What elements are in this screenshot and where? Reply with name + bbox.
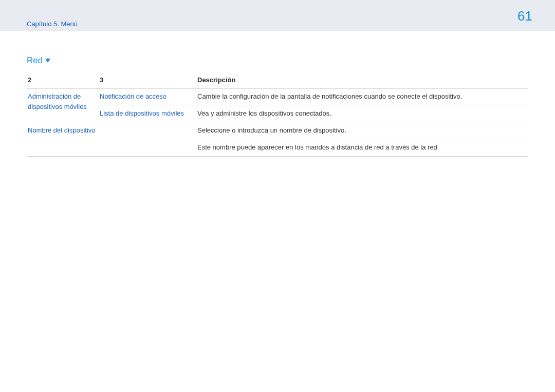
- page-number: 61: [517, 8, 532, 24]
- table-header-row: 2 3 Descripción: [27, 73, 528, 88]
- col-header-desc: Descripción: [196, 73, 528, 88]
- caret-down-icon: [45, 55, 51, 66]
- section-title-text: Red: [27, 55, 43, 66]
- breadcrumb: Capítulo 5. Menú: [27, 20, 78, 28]
- col-header-3: 3: [99, 73, 196, 88]
- page-content: Red 2 3 Descripción Administración de di…: [0, 31, 555, 157]
- cell-device-name: Nombre del dispositivo: [27, 122, 99, 156]
- cell-desc-1: Cambie la configuración de la pantalla d…: [196, 88, 528, 105]
- section-title: Red: [27, 55, 528, 66]
- cell-desc-3a: Seleccione o introduzca un nombre de dis…: [196, 122, 528, 139]
- page-header: Capítulo 5. Menú 61: [0, 0, 555, 31]
- col-header-2: 2: [27, 73, 99, 88]
- cell-desc-3b: Este nombre puede aparecer en los mandos…: [196, 139, 528, 156]
- table-row: Nombre del dispositivo Seleccione o intr…: [27, 122, 528, 139]
- cell-mobile-device-list: Lista de dispositivos móviles: [99, 105, 196, 122]
- svg-marker-0: [45, 59, 50, 63]
- cell-access-notification: Notificación de acceso: [99, 88, 196, 105]
- table-row: Lista de dispositivos móviles Vea y admi…: [27, 105, 528, 122]
- cell-empty: [99, 122, 196, 156]
- menu-table: 2 3 Descripción Administración de dispos…: [27, 73, 528, 157]
- table-row: Administración de dispositivos móviles N…: [27, 88, 528, 105]
- cell-admin-devices: Administración de dispositivos móviles: [27, 88, 99, 122]
- cell-desc-2: Vea y administre los dispositivos conect…: [196, 105, 528, 122]
